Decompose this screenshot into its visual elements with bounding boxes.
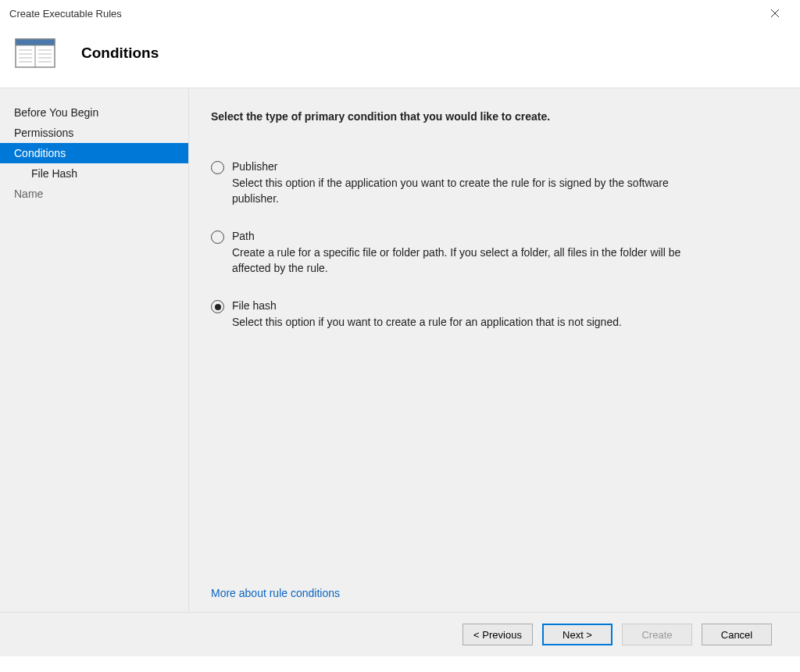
wizard-icon bbox=[12, 34, 59, 72]
sidebar-item-conditions[interactable]: Conditions bbox=[0, 143, 188, 163]
prompt-text: Select the type of primary condition tha… bbox=[211, 110, 769, 123]
main-content: Select the type of primary condition tha… bbox=[189, 88, 800, 612]
titlebar: Create Executable Rules bbox=[0, 0, 800, 27]
radio-path[interactable] bbox=[211, 231, 224, 244]
option-publisher[interactable]: Publisher Select this option if the appl… bbox=[211, 160, 769, 206]
option-file-hash-title: File hash bbox=[232, 299, 769, 312]
wizard-footer: < Previous Next > Create Cancel bbox=[0, 612, 800, 656]
option-file-hash[interactable]: File hash Select this option if you want… bbox=[211, 299, 769, 331]
option-path-desc: Create a rule for a specific file or fol… bbox=[232, 245, 685, 276]
sidebar-item-permissions[interactable]: Permissions bbox=[0, 123, 188, 143]
cancel-button[interactable]: Cancel bbox=[702, 624, 772, 645]
wizard-body: Before You Begin Permissions Conditions … bbox=[0, 88, 800, 612]
window-title: Create Executable Rules bbox=[9, 8, 122, 20]
sidebar-item-before-you-begin[interactable]: Before You Begin bbox=[0, 102, 188, 123]
option-path-title: Path bbox=[232, 230, 769, 242]
radio-file-hash[interactable] bbox=[211, 300, 224, 313]
previous-button[interactable]: < Previous bbox=[462, 624, 533, 645]
sidebar-item-name[interactable]: Name bbox=[0, 184, 188, 204]
next-button[interactable]: Next > bbox=[542, 624, 612, 645]
more-about-link[interactable]: More about rule conditions bbox=[211, 587, 769, 599]
sidebar-item-file-hash[interactable]: File Hash bbox=[0, 163, 188, 184]
option-path[interactable]: Path Create a rule for a specific file o… bbox=[211, 230, 769, 276]
option-publisher-desc: Select this option if the application yo… bbox=[232, 176, 685, 206]
close-button[interactable] bbox=[759, 2, 791, 25]
svg-rect-3 bbox=[16, 39, 55, 45]
option-file-hash-desc: Select this option if you want to create… bbox=[232, 315, 685, 331]
create-button: Create bbox=[622, 624, 692, 645]
page-title: Conditions bbox=[81, 45, 159, 62]
wizard-header: Conditions bbox=[0, 27, 800, 88]
close-icon bbox=[770, 9, 780, 18]
sidebar: Before You Begin Permissions Conditions … bbox=[0, 88, 189, 612]
radio-publisher[interactable] bbox=[211, 161, 224, 174]
option-publisher-title: Publisher bbox=[232, 160, 769, 173]
